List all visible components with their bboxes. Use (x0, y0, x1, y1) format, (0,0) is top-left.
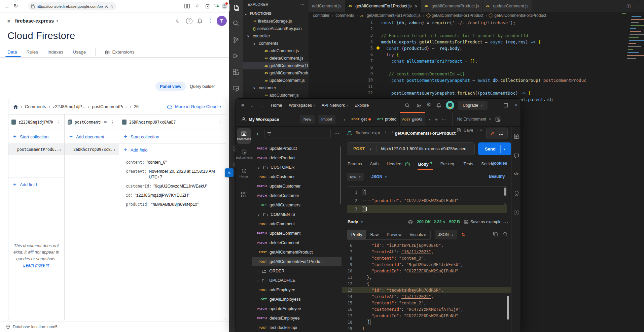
req-tab-tests[interactable]: Tests (463, 162, 473, 166)
req-tab-prereq[interactable]: Pre-req. (440, 162, 456, 166)
tree-item-deletecomment-js[interactable]: JSdeleteComment.js (243, 55, 309, 62)
split-screen-icon[interactable] (184, 3, 190, 9)
source-control-icon[interactable] (232, 36, 240, 44)
save-button[interactable]: Save ∨ (457, 128, 482, 133)
save-as-example-button[interactable]: Save as example (470, 220, 501, 224)
document-item[interactable]: 26DRhczropU97xc8...› (65, 144, 119, 155)
help-icon[interactable]: ? (186, 18, 192, 24)
sidebar-more-icon[interactable]: ⋯ (334, 130, 340, 137)
tree-item-addcomment-js[interactable]: JSaddComment.js (243, 47, 309, 55)
request-tab-get[interactable]: POSTget (349, 112, 374, 126)
size-badge[interactable]: 597 B (449, 220, 460, 224)
environment-quick-look-icon[interactable] (495, 117, 501, 122)
sidebar-item-comments[interactable]: ∨COMMENTS (252, 210, 342, 219)
method-caret-icon[interactable]: ∨ (369, 147, 372, 151)
start-collection-button[interactable]: +Start collection (119, 130, 226, 144)
postman-notifications-icon[interactable] (436, 103, 441, 108)
tree-item-getallcommentfor1product-js[interactable]: JSgetAllCommentFor1Product.js (243, 62, 309, 69)
sidebar-item-addcomment[interactable]: POSTaddComment (252, 219, 342, 229)
overflow-menu-icon[interactable]: ⋮ (208, 18, 213, 24)
req-tab-headers[interactable]: Headers (9) (387, 162, 410, 166)
window-maximize-button[interactable] (504, 103, 508, 107)
folder-functions[interactable]: ⌄FUNCTIONS (244, 10, 307, 17)
menu-workspaces[interactable]: Workspaces (289, 103, 312, 108)
tree-item-customer[interactable]: ∨customer (243, 84, 309, 92)
explorer-actions-icon[interactable]: ⋯ (300, 2, 305, 7)
response-body[interactable]: 6 "id": "iIK3rtWPLzEj6pVvDEFO",7 "create… (342, 242, 511, 332)
documentation-icon[interactable] (514, 134, 519, 139)
sidebar-item-getallcustomers[interactable]: GETgetAllCustomers (252, 200, 342, 210)
remote-explorer-icon[interactable] (232, 85, 240, 92)
favorite-star-icon[interactable]: ☆ (110, 4, 114, 9)
invite-user-icon[interactable] (416, 103, 422, 108)
window-close-button[interactable]: × (515, 102, 518, 108)
tab-extensions[interactable]: Extensions (105, 49, 134, 55)
code-snippet-icon[interactable]: </> (514, 172, 519, 177)
panel-view-button[interactable]: Panel view (155, 82, 186, 91)
column-menu-icon[interactable]: ⋮ (217, 120, 223, 125)
sidebar-item-addemployee[interactable]: POSTaddEmployee (252, 285, 342, 295)
postman-search-icon[interactable] (405, 103, 410, 108)
sidebar-item-updatecomment[interactable]: PATCHupdateComment (252, 229, 342, 238)
json-selector[interactable]: JSON∨ (371, 174, 387, 179)
environment-selector[interactable]: No Environment ∨ (452, 112, 491, 126)
wrap-lines-icon[interactable]: ⇅ (462, 232, 466, 237)
more-in-google-cloud-link[interactable]: More in Google Cloud ▾ (167, 104, 221, 109)
sidebar-item-getallcommentproduct[interactable]: POSTgetAllCommentProduct (252, 247, 342, 257)
tab-indexes[interactable]: Indexes (47, 49, 63, 55)
req-tab-params[interactable]: Params (348, 162, 362, 166)
sidebar-scrollbar[interactable] (340, 146, 341, 204)
import-button[interactable]: Import (318, 115, 336, 124)
tree-item-firebasestorage-js[interactable]: JSfirebaseStorage.js (243, 18, 309, 25)
sidebar-filter-input[interactable] (264, 129, 331, 138)
add-field-button[interactable]: +Add field (8, 177, 64, 191)
tab-scroll-right-icon[interactable]: › (429, 117, 430, 122)
status-badge[interactable]: 200 OK (417, 220, 431, 224)
tab-data[interactable]: Data (7, 49, 17, 55)
request-breadcrumb[interactable]: firebase-expr... / ... / (356, 131, 393, 135)
minimap[interactable] (622, 13, 642, 67)
req-tab-auth[interactable]: Auth (370, 162, 379, 166)
browser-profile-avatar[interactable] (221, 3, 228, 9)
breadcrumb-item[interactable]: 26 (134, 104, 139, 109)
breadcrumb-item[interactable]: postCommentPr... (92, 104, 127, 109)
tree-item-comments[interactable]: ∨comments (243, 40, 309, 47)
breadcrumb-item[interactable]: z22J8Smq1djP... (53, 104, 85, 109)
sidebar-item-deleteproduct[interactable]: PATCHdeleteProduct (252, 153, 342, 163)
menu-api-network[interactable]: API Network (322, 103, 345, 108)
files-icon[interactable] (229, 4, 240, 11)
view-visualize[interactable]: Visualize (405, 230, 430, 239)
sidebar-item-updateemployee[interactable]: PATCHupdateEmployee (252, 304, 342, 313)
tree-item-serviceaccountkey-json[interactable]: {}serviceAccountKey.json (243, 25, 309, 32)
request-tab-protec[interactable]: GETprotec (374, 112, 400, 126)
view-pretty[interactable]: Pretty (347, 230, 366, 239)
comment-icon[interactable] (499, 131, 503, 136)
collections-icon[interactable] (205, 3, 211, 9)
start-collection-button[interactable]: +Start collection (8, 130, 64, 144)
response-more-icon[interactable]: ⋯ (503, 219, 509, 225)
breadcrumb-item[interactable]: Comments (25, 104, 46, 109)
postman-menu-icon[interactable]: ≡ (241, 103, 244, 108)
request-name[interactable]: getAllCommentsFor1Product (395, 131, 456, 136)
sidebar-item-order[interactable]: ›ORDER (252, 266, 342, 276)
copy-response-icon[interactable] (493, 231, 498, 236)
sidebar-item-deletecustomer[interactable]: PATCHdeleteCustomer (252, 191, 342, 200)
view-raw[interactable]: Raw (366, 230, 383, 239)
account-avatar[interactable]: T (217, 16, 227, 26)
tab-usage[interactable]: Usage (73, 49, 86, 55)
tab-rules[interactable]: Rules (27, 49, 38, 55)
home-icon[interactable] (13, 104, 18, 109)
column-menu-icon[interactable]: ⋮ (55, 120, 62, 125)
rail-new-panel-icon[interactable] (241, 192, 247, 197)
rail-collections[interactable]: Collections (237, 128, 251, 144)
sidebar-item-updatecustomer[interactable]: PATCHupdateCustomer (252, 181, 342, 191)
sidebar-item-deletecomment[interactable]: PATCHdeleteComment (252, 238, 342, 247)
sidebar-expand-badge[interactable]: » (225, 168, 234, 177)
add-field-button[interactable]: +Add field (119, 144, 226, 156)
request-tab-getAll[interactable]: POSTgetAll (400, 112, 425, 126)
field-row[interactable]: createAt:November 20, 2023 at 11:58:13 A… (119, 167, 226, 182)
sidebar-item-test-docker-api[interactable]: POSTtest docker-api (252, 323, 342, 332)
editor-actions-icon[interactable]: ⋯ (635, 3, 640, 8)
new-tab-button[interactable]: + (435, 117, 438, 122)
sidebar-item-deleteemployee[interactable]: PATCHdeleteEmployee (252, 313, 342, 323)
